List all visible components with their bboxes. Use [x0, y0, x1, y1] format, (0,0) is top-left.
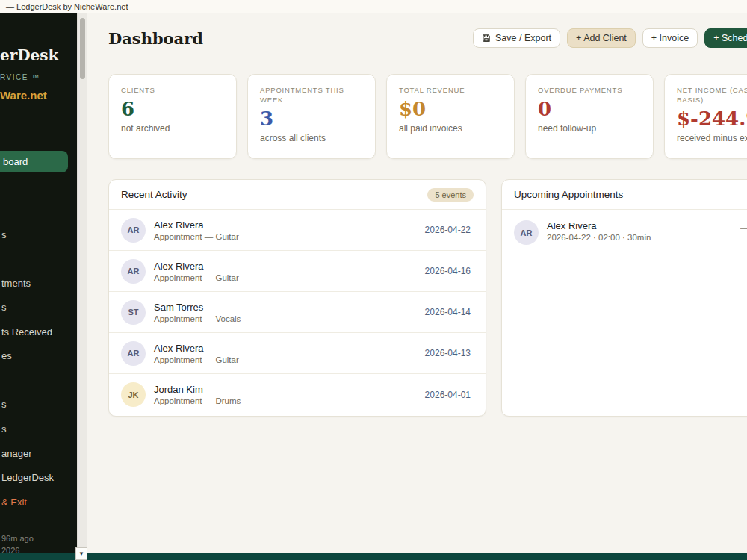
stat-sub: across all clients — [260, 133, 363, 143]
avatar: JK — [121, 382, 146, 407]
stat-sub: need follow-up — [538, 123, 641, 134]
save-export-label: Save / Export — [495, 33, 551, 43]
activity-date: 2026-04-01 — [425, 390, 471, 400]
sidebar-item-appointments[interactable]: tments — [1, 278, 31, 290]
appointment-info: Alex Rivera 2026-04-22 · 02:00 · 30min — [547, 220, 651, 242]
stat-sub: not archived — [121, 123, 224, 134]
activity-row[interactable]: AR Alex Rivera Appointment — Guitar 2026… — [109, 210, 486, 251]
add-client-button[interactable]: + Add Client — [567, 28, 636, 48]
window-title: — LedgerDesk by NicheWare.net — [6, 2, 128, 11]
horizontal-scrollbar[interactable] — [0, 553, 747, 560]
sidebar-item-reports[interactable]: s — [1, 399, 7, 411]
sidebar-item-save-exit[interactable]: & Exit — [1, 497, 27, 508]
activity-date: 2026-04-22 — [425, 225, 471, 235]
appointment-name: Alex Rivera — [547, 220, 651, 231]
page-title: Dashboard — [108, 29, 203, 48]
stat-value: 0 — [538, 98, 641, 120]
avatar: ST — [121, 300, 146, 325]
stat-card-net-income: NET INCOME (CASH BASIS) $-244.99 receive… — [664, 74, 747, 159]
activity-date: 2026-04-14 — [425, 307, 471, 317]
stat-card-appointments-week: APPOINTMENTS THIS WEEK 3 across all clie… — [247, 74, 376, 159]
window-titlebar: — LedgerDesk by NicheWare.net — — [0, 0, 747, 13]
stat-label: OVERDUE PAYMENTS — [538, 85, 641, 95]
upcoming-appointments-panel: Upcoming Appointments AR Alex Rivera 202… — [501, 179, 747, 417]
sidebar-item-invoices[interactable]: s — [1, 302, 7, 314]
panel-title: Upcoming Appointments — [514, 189, 623, 200]
stat-card-total-revenue: TOTAL REVENUE $0 all paid invoices — [386, 74, 515, 159]
activity-date: 2026-04-13 — [425, 348, 471, 358]
stat-sub: received minus expenses — [677, 133, 747, 143]
activity-row[interactable]: AR Alex Rivera Appointment — Guitar 2026… — [109, 251, 486, 292]
clipped-row-action[interactable]: — — [740, 223, 747, 234]
app-logo: erDesk — [0, 46, 58, 64]
activity-info: Alex Rivera Appointment — Guitar — [154, 220, 239, 241]
sidebar-item-manager[interactable]: anager — [1, 448, 31, 460]
appointment-detail: 2026-04-22 · 02:00 · 30min — [547, 233, 651, 242]
stat-card-clients: CLIENTS 6 not archived — [108, 74, 237, 159]
scroll-down-button[interactable]: ▼ — [75, 547, 87, 560]
activity-detail: Appointment — Guitar — [154, 355, 239, 364]
app-tagline: RVICE ™ — [0, 73, 40, 81]
avatar: AR — [121, 259, 146, 284]
panel-title: Recent Activity — [121, 189, 187, 200]
activity-name: Jordan Kim — [154, 384, 241, 395]
stat-sub: all paid invoices — [399, 123, 502, 134]
upcoming-appointments-header: Upcoming Appointments — [502, 180, 747, 210]
activity-name: Alex Rivera — [154, 343, 239, 354]
stat-value: 6 — [121, 98, 224, 120]
recent-activity-header: Recent Activity 5 events — [109, 180, 486, 210]
activity-row[interactable]: AR Alex Rivera Appointment — Guitar 2026… — [109, 333, 486, 374]
activity-date: 2026-04-16 — [425, 266, 471, 276]
save-export-button[interactable]: Save / Export — [473, 28, 560, 48]
sidebar-item-payments-received[interactable]: ts Received — [1, 326, 52, 338]
invoice-button[interactable]: + Invoice — [642, 28, 698, 48]
save-icon — [482, 34, 491, 43]
minimize-button[interactable]: — — [732, 1, 741, 12]
stat-value: $0 — [399, 98, 502, 120]
schedule-appt-button[interactable]: + Schedule Appt — [704, 28, 747, 48]
stat-cards: CLIENTS 6 not archived APPOINTMENTS THIS… — [108, 74, 747, 159]
stat-label: NET INCOME (CASH BASIS) — [677, 85, 747, 105]
sidebar-item-settings[interactable]: s — [1, 423, 7, 435]
activity-detail: Appointment — Guitar — [154, 273, 239, 282]
activity-name: Sam Torres — [154, 302, 241, 313]
vertical-scrollbar-thumb[interactable] — [80, 18, 85, 79]
events-count-badge: 5 events — [427, 188, 474, 202]
activity-detail: Appointment — Drums — [154, 396, 241, 405]
chevron-down-icon: ▼ — [78, 550, 84, 557]
app-window: — LedgerDesk by NicheWare.net — erDesk R… — [0, 0, 747, 560]
avatar: AR — [514, 220, 539, 245]
vertical-scrollbar-track[interactable] — [77, 13, 87, 548]
toolbar: Save / Export + Add Client + Invoice + S… — [473, 28, 747, 48]
activity-info: Alex Rivera Appointment — Guitar — [154, 261, 239, 282]
sidebar-item-clients[interactable]: s — [1, 229, 7, 241]
sidebar-item-expenses[interactable]: es — [1, 350, 12, 362]
stat-value: 3 — [260, 108, 363, 130]
sidebar-item-about-ledgerdesk[interactable]: LedgerDesk — [1, 472, 54, 484]
activity-info: Alex Rivera Appointment — Guitar — [154, 343, 239, 364]
sidebar: erDesk RVICE ™ Ware.net board s tments s… — [0, 13, 77, 553]
sidebar-save-status: 96m ago — [1, 534, 34, 543]
activity-row[interactable]: JK Jordan Kim Appointment — Drums 2026-0… — [109, 374, 486, 415]
stat-card-overdue-payments: OVERDUE PAYMENTS 0 need follow-up — [525, 74, 654, 159]
stat-label: CLIENTS — [121, 85, 224, 95]
activity-info: Sam Torres Appointment — Vocals — [154, 302, 241, 323]
recent-activity-panel: Recent Activity 5 events AR Alex Rivera … — [108, 179, 486, 417]
avatar: AR — [121, 341, 146, 366]
stat-label: APPOINTMENTS THIS WEEK — [260, 85, 363, 105]
sidebar-item-dashboard[interactable]: board — [0, 151, 68, 172]
activity-name: Alex Rivera — [154, 220, 239, 231]
stat-label: TOTAL REVENUE — [399, 85, 502, 95]
activity-row[interactable]: ST Sam Torres Appointment — Vocals 2026-… — [109, 292, 486, 333]
activity-info: Jordan Kim Appointment — Drums — [154, 384, 241, 405]
activity-name: Alex Rivera — [154, 261, 239, 272]
activity-detail: Appointment — Vocals — [154, 314, 241, 323]
avatar: AR — [121, 218, 146, 243]
stat-value: $-244.99 — [677, 108, 747, 130]
brand-name: Ware.net — [0, 89, 47, 102]
activity-detail: Appointment — Guitar — [154, 232, 239, 241]
appointment-row[interactable]: AR Alex Rivera 2026-04-22 · 02:00 · 30mi… — [502, 210, 747, 255]
sidebar-date: 2026 — [1, 546, 19, 553]
